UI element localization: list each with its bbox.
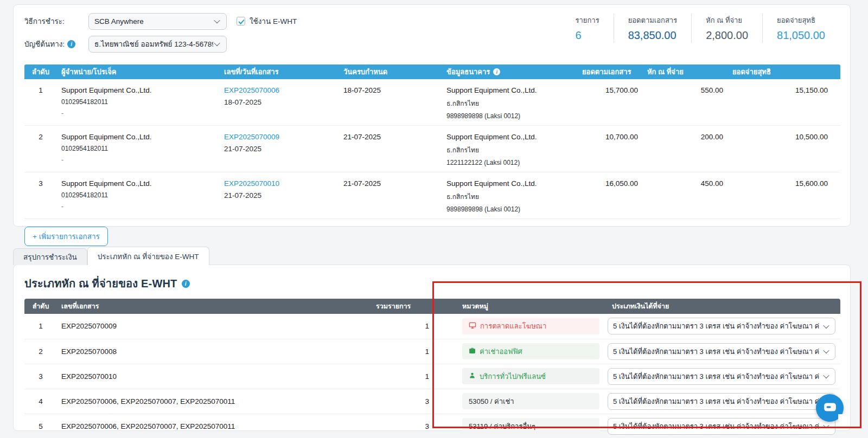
payment-page: วิธีการชำระ: SCB Anywhere ใช้งาน E-WHT บ… bbox=[0, 0, 868, 438]
document-date: 21-07-2025 bbox=[224, 191, 335, 199]
vendor-project: - bbox=[61, 203, 215, 210]
cell-doc-amount: 10,700.00 bbox=[578, 126, 643, 172]
income-type-select[interactable]: 5 เงินได้ที่ต้องหักตามมาตรา 3 เตรส เช่น … bbox=[608, 368, 835, 385]
cell-count: 1 bbox=[372, 339, 434, 364]
income-type-select[interactable]: 5 เงินได้ที่ต้องหักตามมาตรา 3 เตรส เช่น … bbox=[608, 318, 835, 334]
cell-doc-amount: 16,050.00 bbox=[578, 172, 643, 219]
cell-category: การตลาดและโฆษณา bbox=[434, 314, 608, 339]
document-row: 1 Support Equipment Co.,Ltd. 01029541820… bbox=[24, 79, 840, 126]
document-link[interactable]: EXP2025070006 bbox=[224, 86, 279, 94]
vendor-name: Support Equipment Co.,Ltd. bbox=[61, 86, 215, 94]
col-bank-text: ข้อมูลธนาคาร bbox=[446, 66, 490, 78]
cell-income-type: 5 เงินได้ที่ต้องหักตามมาตรา 3 เตรส เช่น … bbox=[608, 364, 840, 389]
bottom-tabs: สรุปการชำระเงิน ประเภทหัก ณ ที่จ่ายของ E… bbox=[13, 247, 209, 265]
monitor-icon bbox=[469, 321, 476, 331]
payment-method-row: วิธีการชำระ: SCB Anywhere ใช้งาน E-WHT bbox=[24, 12, 297, 30]
stat-net-total: ยอดจ่ายสุทธิ 81,050.00 bbox=[762, 14, 839, 43]
summary-stats: รายการ 6 ยอดตามเอกสาร 83,850.00 หัก ณ ที… bbox=[561, 14, 839, 43]
cell-due-date: 21-07-2025 bbox=[339, 126, 442, 172]
income-type-value: 5 เงินได้ที่ต้องหักตามมาตรา 3 เตรส เช่น … bbox=[613, 421, 819, 432]
income-type-select[interactable]: 5 เงินได้ที่ต้องหักตามมาตรา 3 เตรส เช่น … bbox=[608, 418, 835, 435]
source-account-value: ธ.ไทยพาณิชย์ ออมทรัพย์ 123-4-56789-3 bbox=[94, 38, 213, 50]
vendor-name: Support Equipment Co.,Ltd. bbox=[61, 133, 215, 141]
cell-net-amount: 15,150.00 bbox=[728, 79, 840, 126]
chat-fab-button[interactable] bbox=[816, 394, 844, 422]
vendor-id: 0102954182011 bbox=[61, 98, 215, 106]
tab-ewht-type[interactable]: ประเภทหัก ณ ที่จ่ายของ E-WHT bbox=[87, 247, 209, 265]
income-type-select[interactable]: 5 เงินได้ที่ต้องหักตามมาตรา 3 เตรส เช่น … bbox=[608, 343, 835, 360]
documents-table-header: ลำดับ ผู้จำหน่าย/โปรเจ็ค เลขที่/วันที่เอ… bbox=[24, 65, 840, 79]
payment-form: วิธีการชำระ: SCB Anywhere ใช้งาน E-WHT บ… bbox=[24, 12, 297, 58]
cell-income-type: 5 เงินได้ที่ต้องหักตามมาตรา 3 เตรส เช่น … bbox=[608, 314, 840, 339]
income-type-value: 5 เงินได้ที่ต้องหักตามมาตรา 3 เตรส เช่น … bbox=[613, 320, 819, 332]
wht-table-header: ลำดับ เลขที่เอกสาร รวมรายการ หมวดหมู่ ปร… bbox=[24, 299, 840, 314]
cell-category: 53050 / ค่าเช่า bbox=[434, 389, 608, 414]
wht-table: ลำดับ เลขที่เอกสาร รวมรายการ หมวดหมู่ ปร… bbox=[24, 299, 840, 438]
cell-docs: EXP2025070006, EXP2025070007, EXP2025070… bbox=[57, 414, 372, 438]
category-chip: การตลาดและโฆษณา bbox=[462, 318, 599, 334]
cell-no: 1 bbox=[24, 314, 57, 339]
chevron-down-icon bbox=[822, 323, 830, 330]
bank-account: 9898989898 (Laksi 0012) bbox=[446, 112, 573, 120]
info-icon[interactable] bbox=[67, 40, 75, 48]
cell-doc: EXP2025070006 18-07-2025 bbox=[220, 79, 339, 126]
vendor-id: 0102954182011 bbox=[61, 191, 215, 199]
bank-name: ธ.กสิกรไทย bbox=[446, 98, 573, 108]
col-amount: ยอดตามเอกสาร bbox=[578, 65, 643, 79]
cell-category: ค่าเช่าออฟฟิศ bbox=[434, 339, 608, 364]
category-chip: 53050 / ค่าเช่า bbox=[462, 393, 599, 409]
category-label: บริการทั่วไป/ฟรีแลนซ์ bbox=[480, 371, 546, 382]
category-chip: ค่าเช่าออฟฟิศ bbox=[462, 343, 599, 359]
cell-no: 2 bbox=[24, 126, 57, 172]
document-date: 18-07-2025 bbox=[224, 98, 335, 106]
col-net: ยอดจ่ายสุทธิ bbox=[728, 65, 840, 79]
cell-net-amount: 15,600.00 bbox=[728, 172, 840, 219]
ewht-checkbox[interactable] bbox=[237, 17, 245, 25]
payment-setup-card: วิธีการชำระ: SCB Anywhere ใช้งาน E-WHT บ… bbox=[13, 4, 851, 227]
col-no: ลำดับ bbox=[24, 65, 57, 79]
bank-name: ธ.กสิกรไทย bbox=[446, 191, 573, 202]
cell-wht-amount: 200.00 bbox=[643, 126, 728, 172]
info-icon[interactable] bbox=[493, 68, 500, 75]
cell-docs: EXP2025070009 bbox=[57, 314, 372, 339]
wht-row: 1 EXP2025070009 1 การตลาดและโฆษณา 5 เงิน… bbox=[24, 314, 840, 339]
cell-income-type: 5 เงินได้ที่ต้องหักตามมาตรา 3 เตรส เช่น … bbox=[608, 389, 840, 414]
cell-net-amount: 10,500.00 bbox=[728, 126, 840, 172]
category-label: การตลาดและโฆษณา bbox=[480, 320, 546, 332]
category-chip: 53119 / ค่าบริการอื่นๆ bbox=[462, 418, 599, 434]
cell-no: 2 bbox=[24, 339, 57, 364]
ewht-checkbox-wrap[interactable]: ใช้งาน E-WHT bbox=[237, 15, 297, 27]
add-document-button[interactable]: + เพิ่มรายการเอกสาร bbox=[24, 227, 108, 246]
cell-due-date: 21-07-2025 bbox=[339, 172, 442, 219]
col-vendor: ผู้จำหน่าย/โปรเจ็ค bbox=[57, 65, 220, 79]
document-link[interactable]: EXP2025070009 bbox=[224, 133, 279, 141]
chevron-down-icon bbox=[822, 422, 830, 430]
cell-docs: EXP2025070008 bbox=[57, 339, 372, 364]
section-title-row: ประเภทหัก ณ ที่จ่ายของ E-WHT bbox=[24, 275, 839, 292]
person-icon bbox=[469, 372, 476, 381]
info-icon[interactable] bbox=[182, 280, 190, 288]
income-type-select[interactable]: 5 เงินได้ที่ต้องหักตามมาตรา 3 เตรส เช่น … bbox=[608, 393, 835, 410]
vendor-name: Support Equipment Co.,Ltd. bbox=[61, 179, 215, 188]
category-chip: บริการทั่วไป/ฟรีแลนซ์ bbox=[462, 368, 599, 384]
cell-no: 3 bbox=[24, 172, 57, 219]
payment-method-label: วิธีการชำระ: bbox=[24, 15, 88, 27]
category-label: ค่าเช่าออฟฟิศ bbox=[480, 346, 522, 357]
source-account-select[interactable]: ธ.ไทยพาณิชย์ ออมทรัพย์ 123-4-56789-3 bbox=[88, 36, 227, 53]
col-doc-no: เลขที่เอกสาร bbox=[57, 299, 372, 314]
stat-items: รายการ 6 bbox=[561, 14, 614, 43]
bank-holder: Support Equipment Co.,Ltd. bbox=[446, 133, 573, 141]
income-type-value: 5 เงินได้ที่ต้องหักตามมาตรา 3 เตรส เช่น … bbox=[613, 371, 819, 382]
cell-vendor: Support Equipment Co.,Ltd. 0102954182011… bbox=[57, 172, 220, 219]
cell-docs: EXP2025070006, EXP2025070007, EXP2025070… bbox=[57, 389, 372, 414]
stat-value: 83,850.00 bbox=[628, 29, 678, 42]
col-doc: เลขที่/วันที่เอกสาร bbox=[220, 65, 339, 79]
document-link[interactable]: EXP2025070010 bbox=[224, 179, 279, 188]
cell-doc-amount: 15,700.00 bbox=[578, 79, 643, 126]
source-account-row: บัญชีต้นทาง: ธ.ไทยพาณิชย์ ออมทรัพย์ 123-… bbox=[24, 35, 297, 53]
cell-count: 1 bbox=[372, 314, 434, 339]
cell-vendor: Support Equipment Co.,Ltd. 0102954182011… bbox=[57, 79, 220, 126]
payment-method-select[interactable]: SCB Anywhere bbox=[88, 13, 227, 30]
tab-payment-summary[interactable]: สรุปการชำระเงิน bbox=[13, 248, 87, 265]
stat-value: 6 bbox=[576, 29, 599, 42]
